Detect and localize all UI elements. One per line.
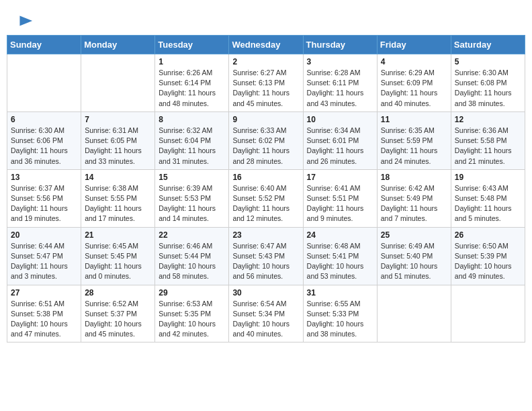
day-info: Sunrise: 6:54 AM Sunset: 5:34 PM Dayligh… [232, 299, 299, 340]
calendar-cell: 11Sunrise: 6:35 AM Sunset: 5:59 PM Dayli… [377, 111, 451, 169]
calendar-cell: 28Sunrise: 6:52 AM Sunset: 5:37 PM Dayli… [81, 285, 155, 342]
day-number: 15 [159, 173, 225, 182]
day-number: 21 [85, 230, 151, 240]
calendar-cell: 27Sunrise: 6:51 AM Sunset: 5:38 PM Dayli… [7, 285, 81, 342]
logo [13, 13, 34, 31]
calendar-week-row: 6Sunrise: 6:30 AM Sunset: 6:06 PM Daylig… [7, 111, 525, 169]
calendar-cell: 31Sunrise: 6:55 AM Sunset: 5:33 PM Dayli… [303, 285, 377, 342]
calendar-cell: 24Sunrise: 6:48 AM Sunset: 5:41 PM Dayli… [303, 227, 377, 285]
day-number: 22 [159, 230, 225, 240]
logo-icon [15, 12, 34, 31]
calendar-cell: 5Sunrise: 6:30 AM Sunset: 6:08 PM Daylig… [451, 54, 525, 112]
calendar-cell: 21Sunrise: 6:45 AM Sunset: 5:45 PM Dayli… [81, 227, 155, 285]
day-number: 27 [11, 288, 77, 298]
day-number: 20 [11, 230, 77, 240]
calendar-week-row: 27Sunrise: 6:51 AM Sunset: 5:38 PM Dayli… [7, 285, 525, 342]
day-info: Sunrise: 6:53 AM Sunset: 5:35 PM Dayligh… [159, 299, 225, 340]
day-number: 7 [85, 115, 151, 124]
day-info: Sunrise: 6:43 AM Sunset: 5:48 PM Dayligh… [455, 183, 521, 224]
page-header [7, 7, 525, 35]
calendar-cell: 23Sunrise: 6:47 AM Sunset: 5:43 PM Dayli… [229, 227, 303, 285]
day-number: 4 [381, 57, 447, 66]
calendar-cell: 9Sunrise: 6:33 AM Sunset: 6:02 PM Daylig… [229, 111, 303, 169]
calendar-cell: 1Sunrise: 6:26 AM Sunset: 6:14 PM Daylig… [155, 54, 229, 112]
day-number: 24 [307, 230, 373, 240]
calendar-cell [451, 285, 525, 342]
calendar-cell: 15Sunrise: 6:39 AM Sunset: 5:53 PM Dayli… [155, 169, 229, 227]
day-number: 6 [11, 115, 77, 124]
calendar-cell: 10Sunrise: 6:34 AM Sunset: 6:01 PM Dayli… [303, 111, 377, 169]
calendar-cell: 6Sunrise: 6:30 AM Sunset: 6:06 PM Daylig… [7, 111, 81, 169]
day-number: 1 [159, 57, 225, 66]
day-info: Sunrise: 6:36 AM Sunset: 5:58 PM Dayligh… [455, 126, 521, 167]
calendar-cell: 13Sunrise: 6:37 AM Sunset: 5:56 PM Dayli… [7, 169, 81, 227]
calendar-cell: 3Sunrise: 6:28 AM Sunset: 6:11 PM Daylig… [303, 54, 377, 112]
day-info: Sunrise: 6:44 AM Sunset: 5:47 PM Dayligh… [11, 241, 77, 282]
day-number: 23 [232, 230, 299, 240]
day-info: Sunrise: 6:39 AM Sunset: 5:53 PM Dayligh… [159, 183, 225, 224]
day-number: 16 [232, 173, 299, 182]
day-info: Sunrise: 6:32 AM Sunset: 6:04 PM Dayligh… [159, 126, 225, 167]
day-number: 2 [232, 57, 299, 66]
day-info: Sunrise: 6:55 AM Sunset: 5:33 PM Dayligh… [307, 299, 373, 340]
calendar-cell [81, 54, 155, 112]
day-info: Sunrise: 6:33 AM Sunset: 6:02 PM Dayligh… [232, 126, 299, 167]
day-number: 5 [455, 57, 521, 66]
calendar-cell: 4Sunrise: 6:29 AM Sunset: 6:09 PM Daylig… [377, 54, 451, 112]
day-info: Sunrise: 6:45 AM Sunset: 5:45 PM Dayligh… [85, 241, 151, 282]
day-info: Sunrise: 6:40 AM Sunset: 5:52 PM Dayligh… [232, 183, 299, 224]
calendar-header-cell: Sunday [7, 36, 81, 54]
day-number: 28 [85, 288, 151, 298]
calendar-week-row: 20Sunrise: 6:44 AM Sunset: 5:47 PM Dayli… [7, 227, 525, 285]
day-info: Sunrise: 6:27 AM Sunset: 6:13 PM Dayligh… [232, 68, 299, 109]
calendar-cell: 26Sunrise: 6:50 AM Sunset: 5:39 PM Dayli… [451, 227, 525, 285]
calendar-header-row: SundayMondayTuesdayWednesdayThursdayFrid… [7, 36, 525, 54]
day-info: Sunrise: 6:28 AM Sunset: 6:11 PM Dayligh… [307, 68, 373, 109]
day-number: 10 [307, 115, 373, 124]
calendar-cell: 19Sunrise: 6:43 AM Sunset: 5:48 PM Dayli… [451, 169, 525, 227]
day-info: Sunrise: 6:29 AM Sunset: 6:09 PM Dayligh… [381, 68, 447, 109]
calendar-cell [7, 54, 81, 112]
day-number: 29 [159, 288, 225, 298]
calendar-cell: 7Sunrise: 6:31 AM Sunset: 6:05 PM Daylig… [81, 111, 155, 169]
calendar-cell [377, 285, 451, 342]
day-info: Sunrise: 6:42 AM Sunset: 5:49 PM Dayligh… [381, 183, 447, 224]
calendar-cell: 30Sunrise: 6:54 AM Sunset: 5:34 PM Dayli… [229, 285, 303, 342]
day-info: Sunrise: 6:34 AM Sunset: 6:01 PM Dayligh… [307, 126, 373, 167]
calendar-header-cell: Tuesday [155, 36, 229, 54]
calendar-header-cell: Friday [377, 36, 451, 54]
svg-marker-0 [19, 16, 32, 26]
calendar-cell: 25Sunrise: 6:49 AM Sunset: 5:40 PM Dayli… [377, 227, 451, 285]
calendar-cell: 22Sunrise: 6:46 AM Sunset: 5:44 PM Dayli… [155, 227, 229, 285]
day-info: Sunrise: 6:51 AM Sunset: 5:38 PM Dayligh… [11, 299, 77, 340]
day-number: 9 [232, 115, 299, 124]
calendar-cell: 17Sunrise: 6:41 AM Sunset: 5:51 PM Dayli… [303, 169, 377, 227]
day-number: 14 [85, 173, 151, 182]
calendar-cell: 18Sunrise: 6:42 AM Sunset: 5:49 PM Dayli… [377, 169, 451, 227]
day-info: Sunrise: 6:48 AM Sunset: 5:41 PM Dayligh… [307, 241, 373, 282]
day-number: 19 [455, 173, 521, 182]
calendar-week-row: 13Sunrise: 6:37 AM Sunset: 5:56 PM Dayli… [7, 169, 525, 227]
calendar-week-row: 1Sunrise: 6:26 AM Sunset: 6:14 PM Daylig… [7, 54, 525, 112]
day-info: Sunrise: 6:52 AM Sunset: 5:37 PM Dayligh… [85, 299, 151, 340]
calendar-header-cell: Monday [81, 36, 155, 54]
calendar-cell: 2Sunrise: 6:27 AM Sunset: 6:13 PM Daylig… [229, 54, 303, 112]
day-info: Sunrise: 6:30 AM Sunset: 6:08 PM Dayligh… [455, 68, 521, 109]
calendar-cell: 14Sunrise: 6:38 AM Sunset: 5:55 PM Dayli… [81, 169, 155, 227]
day-info: Sunrise: 6:31 AM Sunset: 6:05 PM Dayligh… [85, 126, 151, 167]
calendar-body: 1Sunrise: 6:26 AM Sunset: 6:14 PM Daylig… [7, 54, 525, 342]
day-info: Sunrise: 6:50 AM Sunset: 5:39 PM Dayligh… [455, 241, 521, 282]
day-number: 30 [232, 288, 299, 298]
calendar-cell: 29Sunrise: 6:53 AM Sunset: 5:35 PM Dayli… [155, 285, 229, 342]
calendar-cell: 12Sunrise: 6:36 AM Sunset: 5:58 PM Dayli… [451, 111, 525, 169]
day-number: 12 [455, 115, 521, 124]
day-info: Sunrise: 6:49 AM Sunset: 5:40 PM Dayligh… [381, 241, 447, 282]
day-info: Sunrise: 6:26 AM Sunset: 6:14 PM Dayligh… [159, 68, 225, 109]
day-info: Sunrise: 6:47 AM Sunset: 5:43 PM Dayligh… [232, 241, 299, 282]
day-number: 11 [381, 115, 447, 124]
day-info: Sunrise: 6:46 AM Sunset: 5:44 PM Dayligh… [159, 241, 225, 282]
day-info: Sunrise: 6:41 AM Sunset: 5:51 PM Dayligh… [307, 183, 373, 224]
day-number: 26 [455, 230, 521, 240]
calendar-cell: 8Sunrise: 6:32 AM Sunset: 6:04 PM Daylig… [155, 111, 229, 169]
day-info: Sunrise: 6:30 AM Sunset: 6:06 PM Dayligh… [11, 126, 77, 167]
